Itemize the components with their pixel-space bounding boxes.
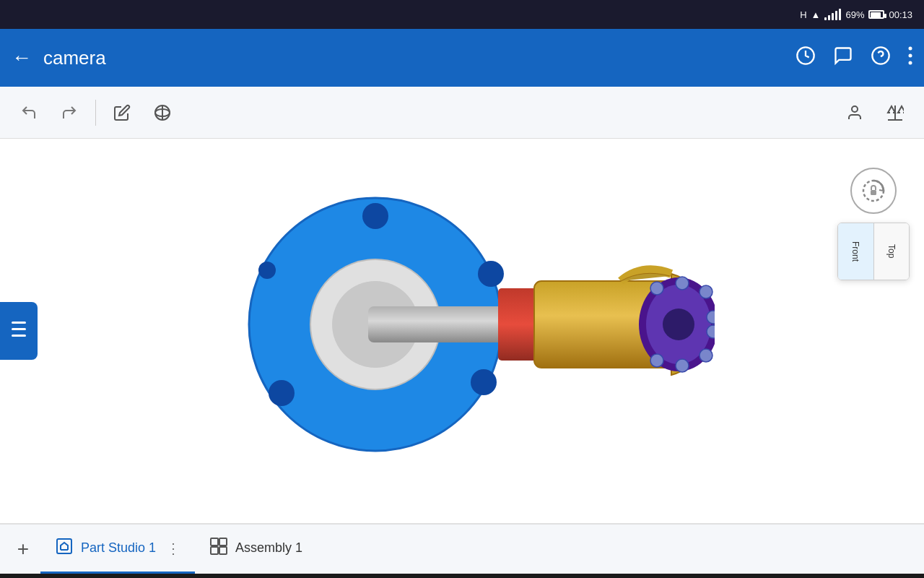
part-studio-icon [55, 537, 74, 560]
3d-model [209, 162, 715, 487]
sketch-button[interactable] [105, 95, 139, 130]
chat-button[interactable] [833, 46, 853, 70]
svg-point-30 [707, 311, 715, 324]
svg-rect-43 [219, 538, 227, 545]
svg-point-33 [676, 359, 689, 372]
svg-point-14 [478, 261, 504, 287]
carrier-icon: H [800, 9, 806, 20]
svg-rect-35 [12, 322, 26, 324]
svg-point-4 [909, 54, 912, 58]
svg-rect-37 [12, 335, 26, 337]
svg-rect-40 [57, 539, 71, 553]
clock: 00:13 [889, 9, 912, 20]
back-button[interactable]: ← [12, 46, 32, 69]
view-cube-faces: Front Top [837, 223, 910, 280]
app-header: ← camera [0, 29, 924, 87]
top-view-button[interactable]: Top [874, 223, 910, 280]
undo-button[interactable] [12, 95, 46, 130]
svg-point-28 [676, 277, 689, 290]
history-button[interactable] [796, 46, 816, 70]
add-tab-button[interactable]: + [6, 532, 40, 566]
svg-point-13 [362, 203, 388, 229]
svg-point-34 [650, 354, 663, 367]
tab-part-studio[interactable]: Part Studio 1 ⋮ [40, 525, 195, 574]
svg-point-5 [909, 61, 912, 65]
svg-point-31 [707, 325, 715, 338]
assembly-icon [209, 537, 228, 560]
assembly-label: Assembly 1 [235, 540, 302, 556]
help-button[interactable] [871, 46, 891, 70]
toolbar-separator-1 [95, 100, 96, 126]
canvas-area: Front Top [0, 139, 924, 523]
part-studio-more-button[interactable]: ⋮ [166, 540, 180, 557]
svg-point-9 [852, 106, 858, 112]
svg-point-15 [471, 369, 497, 395]
battery-icon [868, 10, 884, 19]
svg-point-16 [269, 380, 295, 406]
more-menu-button[interactable] [908, 46, 912, 70]
battery-percent: 69% [845, 9, 864, 20]
svg-rect-45 [219, 547, 227, 554]
panel-toggle-icon [10, 319, 27, 344]
balance-button[interactable] [878, 95, 912, 130]
rotate-view-button[interactable] [850, 168, 897, 214]
data-icon: ▲ [811, 9, 821, 20]
svg-rect-36 [12, 328, 26, 330]
view-cube: Front Top [837, 168, 910, 280]
svg-rect-44 [211, 547, 218, 554]
svg-rect-39 [871, 190, 876, 195]
bottom-tabs: + Part Studio 1 ⋮ Assembly 1 [0, 523, 924, 574]
status-bar: H ▲ 69% 00:13 [0, 0, 924, 29]
front-view-button[interactable]: Front [838, 223, 874, 280]
signal-bars [824, 9, 841, 20]
tab-assembly[interactable]: Assembly 1 [195, 525, 317, 574]
nav-bar [0, 574, 924, 578]
redo-button[interactable] [52, 95, 87, 130]
svg-point-29 [699, 285, 712, 298]
person-button[interactable] [837, 95, 872, 130]
toolbar [0, 87, 924, 139]
svg-point-32 [699, 349, 712, 362]
panel-toggle-button[interactable] [0, 302, 38, 360]
svg-point-27 [650, 282, 663, 295]
svg-point-17 [258, 262, 276, 279]
toolbar-right [837, 95, 912, 130]
extrude-button[interactable] [145, 95, 180, 130]
part-studio-label: Part Studio 1 [81, 540, 156, 556]
svg-point-26 [663, 309, 694, 340]
header-actions [796, 46, 912, 70]
svg-point-3 [909, 47, 912, 51]
svg-rect-42 [211, 538, 218, 545]
svg-rect-20 [368, 306, 513, 342]
document-title: camera [43, 47, 784, 69]
